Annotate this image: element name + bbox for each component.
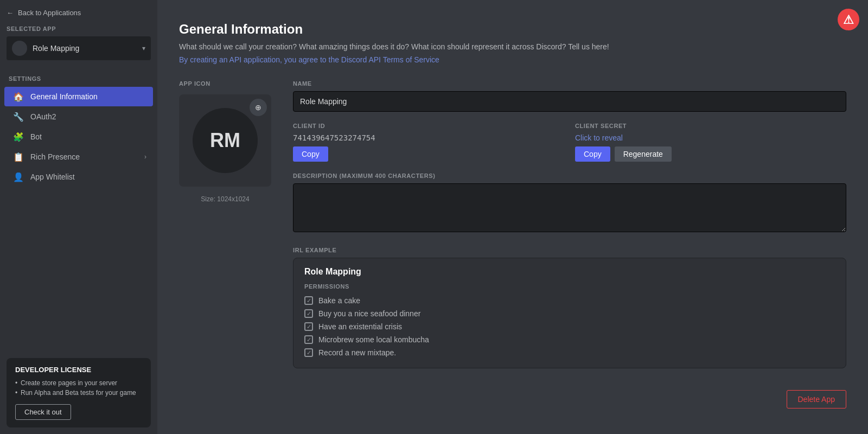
client-secret-label: CLIENT SECRET [575,123,846,129]
person-icon: 👤 [13,171,24,182]
name-input[interactable] [293,91,846,112]
upload-icon[interactable]: ⊕ [250,99,267,116]
sidebar-item-label: Bot [30,132,146,141]
back-to-applications-link[interactable]: ← Back to Applications [7,9,151,17]
wrench-icon: 🔧 [13,111,24,122]
reveal-secret-link[interactable]: Click to reveal [575,133,623,142]
chevron-down-icon: ▾ [142,44,145,52]
back-link-label: Back to Applications [18,9,81,17]
page-title: General Information [179,22,846,37]
avatar [12,41,27,56]
check-it-out-button[interactable]: Check it out [15,404,71,420]
tos-link[interactable]: By creating an API application, you agre… [179,55,846,64]
sidebar-top: ← Back to Applications SELECTED APP Role… [0,0,157,67]
back-arrow-icon: ← [7,9,14,17]
sidebar-item-label: OAuth2 [30,112,146,121]
irl-example-section: IRL EXAMPLE Role Mapping PERMISSIONS ✓ B… [293,247,846,368]
client-id-section: CLIENT ID 741439647523274754 Copy [293,123,564,162]
name-field-group: NAME [293,80,846,112]
permission-item: ✓ Have an existential crisis [304,320,835,333]
checkbox-icon: ✓ [304,322,313,331]
client-secret-value-row: Click to reveal [575,133,846,142]
irl-app-name: Role Mapping [304,267,835,277]
app-icon-label: APP ICON [179,80,210,87]
sidebar: ← Back to Applications SELECTED APP Role… [0,0,157,434]
description-label: DESCRIPTION (MAXIMUM 400 CHARACTERS) [293,173,846,179]
permissions-label: PERMISSIONS [304,283,835,290]
chevron-right-icon: › [144,153,146,161]
sidebar-item-bot[interactable]: 🧩 Bot [4,127,153,146]
app-selector[interactable]: Role Mapping ▾ [7,36,151,60]
checkbox-icon: ✓ [304,348,313,357]
sidebar-item-app-whitelist[interactable]: 👤 App Whitelist [4,167,153,187]
permission-label: Record a new mixtape. [318,348,396,357]
dev-license-item: Create store pages in your server [15,378,142,388]
checkbox-icon: ✓ [304,309,313,318]
developer-license-card: DEVELOPER LICENSE Create store pages in … [7,358,151,427]
permission-label: Microbrew some local kombucha [318,335,429,344]
page-subtitle: What should we call your creation? What … [179,42,846,51]
svg-text:⚠: ⚠ [843,13,854,27]
home-icon: 🏠 [13,91,24,102]
app-icon-circle: RM [193,108,258,173]
irl-card: Role Mapping PERMISSIONS ✓ Bake a cake ✓… [293,258,846,368]
description-field-group: DESCRIPTION (MAXIMUM 400 CHARACTERS) [293,173,846,234]
irl-example-label: IRL EXAMPLE [293,247,846,253]
app-selector-name: Role Mapping [33,44,137,53]
permission-label: Buy you a nice seafood dinner [318,309,420,318]
copy-client-id-button[interactable]: Copy [293,146,328,162]
sidebar-item-label: General Information [30,92,146,101]
client-id-value: 741439647523274754 [293,133,375,142]
selected-app-label: SELECTED APP [7,25,151,32]
permission-label: Have an existential crisis [318,322,402,331]
puzzle-icon: 🧩 [13,131,24,142]
nav-items: 🏠 General Information 🔧 OAuth2 🧩 Bot 📋 R… [0,86,157,352]
name-label: NAME [293,80,846,87]
checkbox-icon: ✓ [304,335,313,344]
permission-item: ✓ Microbrew some local kombucha [304,333,835,346]
client-row: CLIENT ID 741439647523274754 Copy CLIENT… [293,123,846,173]
permission-item: ✓ Bake a cake [304,294,835,307]
sidebar-item-oauth2[interactable]: 🔧 OAuth2 [4,107,153,126]
main-content: ⚠ General Information What should we cal… [157,0,868,434]
dev-license-item: Run Alpha and Beta tests for your game [15,388,142,398]
permission-item: ✓ Buy you a nice seafood dinner [304,307,835,320]
app-icon-initials: RM [210,129,240,152]
app-icon-container[interactable]: RM ⊕ [179,94,271,187]
delete-app-button[interactable]: Delete App [787,390,847,409]
dev-license-title: DEVELOPER LICENSE [15,366,142,374]
client-id-value-row: 741439647523274754 [293,133,564,142]
form-section: APP ICON RM ⊕ Size: 1024x1024 NAME CLIEN… [179,80,846,368]
permission-label: Bake a cake [318,296,360,305]
regenerate-button[interactable]: Regenerate [615,146,672,162]
sidebar-item-label: Rich Presence [30,152,138,161]
clipboard-icon: 📋 [13,151,24,162]
sidebar-item-general-information[interactable]: 🏠 General Information [4,87,153,106]
dev-license-list: Create store pages in your server Run Al… [15,378,142,398]
client-id-label: CLIENT ID [293,123,564,129]
app-icon-section: APP ICON RM ⊕ Size: 1024x1024 [179,80,271,368]
sidebar-item-label: App Whitelist [30,173,146,181]
checkbox-icon: ✓ [304,296,313,305]
permission-item: ✓ Record a new mixtape. [304,346,835,359]
app-icon-size: Size: 1024x1024 [201,195,249,203]
settings-label: SETTINGS [0,67,157,86]
form-fields: NAME CLIENT ID 741439647523274754 Copy C… [293,80,846,368]
client-secret-section: CLIENT SECRET Click to reveal Copy Regen… [575,123,846,162]
discord-icon: ⚠ [838,9,859,32]
description-input[interactable] [293,183,846,232]
sidebar-item-rich-presence[interactable]: 📋 Rich Presence › [4,147,153,167]
copy-client-secret-button[interactable]: Copy [575,146,610,162]
